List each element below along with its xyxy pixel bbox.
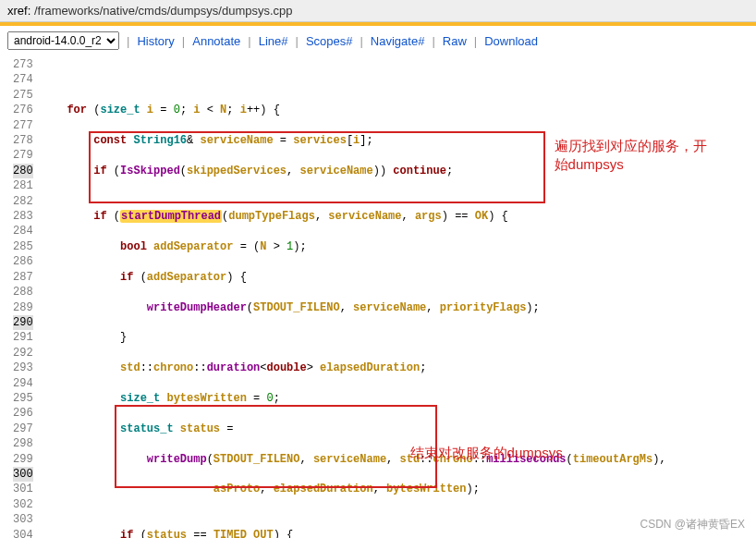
code-line: writeDumpHeader(STDOUT_FILENO, serviceNa… [41,300,666,315]
line-number[interactable]: 279 [13,148,33,163]
line-number[interactable]: 283 [13,209,33,224]
line-number[interactable]: 287 [13,270,33,285]
line-number[interactable]: 280 [13,164,33,178]
line-number[interactable]: 275 [13,88,33,103]
toolbar: android-14.0.0_r2 | History | Annotate |… [0,26,756,55]
code-line: for (size_t i = 0; i < N; i++) { [41,103,666,117]
line-number[interactable]: 284 [13,224,33,238]
code-area: 2732742752762772782792802812822832842852… [0,55,756,538]
annotate-link[interactable]: Annotate [192,34,240,48]
line-number[interactable]: 285 [13,239,33,254]
xref-label: xref: [7,4,30,18]
line-number[interactable]: 276 [13,103,33,117]
code-line: std::chrono::duration<double> elapsedDur… [41,361,666,375]
separator: | [432,34,434,48]
line-number[interactable]: 288 [13,285,33,300]
code-line: writeDump(STDOUT_FILENO, serviceName, st… [41,452,666,467]
download-link[interactable]: Download [484,34,538,48]
line-number[interactable]: 293 [13,361,33,375]
separator: | [360,34,362,48]
code-line: asProto, elapsedDuration, bytesWritten); [41,482,666,496]
code-line: if (IsSkipped(skippedServices, serviceNa… [41,164,666,178]
history-link[interactable]: History [137,34,174,48]
line-number[interactable]: 277 [13,118,33,133]
line-number[interactable]: 290 [13,315,33,330]
code-line: const String16& serviceName = services[i… [41,133,666,148]
code-line: } [41,330,666,345]
line-number[interactable]: 302 [13,497,33,512]
line-number[interactable]: 299 [13,452,33,467]
line-number[interactable]: 294 [13,376,33,391]
line-number[interactable]: 291 [13,330,33,345]
line-number[interactable]: 300 [13,467,33,482]
branch-select[interactable]: android-14.0.0_r2 [7,31,119,50]
line-link[interactable]: Line# [259,34,288,48]
code-line: bool addSeparator = (N > 1); [41,239,666,254]
line-number[interactable]: 278 [13,133,33,148]
line-number[interactable]: 296 [13,406,33,421]
separator: | [295,34,298,48]
line-number[interactable]: 273 [13,57,33,72]
code-line: if (startDumpThread(dumpTypeFlags, servi… [41,209,666,224]
line-number[interactable]: 292 [13,346,33,361]
line-number[interactable]: 286 [13,254,33,269]
scopes-link[interactable]: Scopes# [306,34,353,48]
line-number[interactable]: 295 [13,391,33,406]
xref-path: /frameworks/native/cmds/dumpsys/dumpsys.… [34,4,293,18]
separator: | [248,34,250,48]
line-number[interactable]: 281 [13,178,33,193]
navigate-link[interactable]: Navigate# [371,34,425,48]
separator: | [127,34,129,48]
separator: | [474,34,477,48]
line-number[interactable]: 304 [13,528,33,538]
raw-link[interactable]: Raw [443,34,467,48]
code-line: status_t status = [41,422,666,436]
line-number[interactable]: 274 [13,72,33,87]
line-number[interactable]: 282 [13,194,33,209]
code-line: size_t bytesWritten = 0; [41,391,666,406]
xref-bar: xref: /frameworks/native/cmds/dumpsys/du… [0,0,756,22]
line-number[interactable]: 289 [13,300,33,315]
line-number[interactable]: 303 [13,512,33,527]
separator: | [182,34,185,48]
line-number[interactable]: 301 [13,482,33,496]
line-number[interactable]: 297 [13,422,33,436]
code-content: for (size_t i = 0; i < N; i++) { const S… [41,57,666,538]
line-number-gutter: 2732742752762772782792802812822832842852… [0,57,41,538]
line-number[interactable]: 298 [13,436,33,451]
code-line: if (status == TIMED_OUT) { [41,528,666,538]
code-line: if (addSeparator) { [41,270,666,285]
annotation-box-2 [115,405,437,488]
